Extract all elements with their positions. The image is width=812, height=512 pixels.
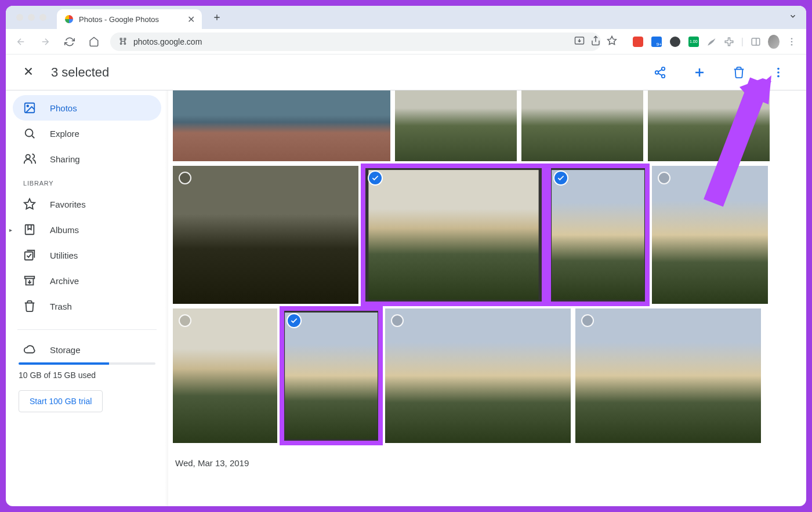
photo-thumbnail[interactable] xyxy=(648,90,770,161)
svg-rect-1 xyxy=(124,38,126,40)
window-controls xyxy=(10,14,52,21)
sidebar-item-label: Photos xyxy=(50,103,77,113)
extension-incognito-icon[interactable] xyxy=(669,36,681,48)
share-button[interactable] xyxy=(648,61,672,84)
start-trial-button[interactable]: Start 100 GB trial xyxy=(19,390,103,412)
svg-point-7 xyxy=(791,38,793,39)
tab-search-button[interactable] xyxy=(784,10,802,25)
profile-avatar[interactable] xyxy=(768,36,780,48)
photo-thumbnail[interactable] xyxy=(395,90,517,161)
back-button[interactable] xyxy=(13,34,29,50)
forward-button[interactable] xyxy=(37,34,53,50)
select-circle-icon[interactable] xyxy=(658,172,670,184)
library-header: LIBRARY xyxy=(13,172,161,191)
photo-image xyxy=(521,90,643,161)
sidebar-item-favorites[interactable]: Favorites xyxy=(13,191,161,217)
install-app-icon[interactable] xyxy=(574,35,585,48)
svg-point-8 xyxy=(791,41,793,42)
maximize-window[interactable] xyxy=(39,14,46,21)
photo-image xyxy=(395,90,517,161)
photo-image xyxy=(385,308,571,443)
photo-image xyxy=(648,90,770,161)
close-window[interactable] xyxy=(16,14,23,21)
photo-thumbnail[interactable] xyxy=(521,90,643,161)
extension-green-icon[interactable]: 1.00 xyxy=(688,36,699,48)
photo-thumbnail[interactable] xyxy=(173,308,277,443)
select-circle-icon[interactable] xyxy=(179,314,191,327)
sidepanel-icon[interactable] xyxy=(751,37,761,47)
browser-menu-icon[interactable] xyxy=(786,37,797,47)
bookmark-icon xyxy=(23,223,36,236)
home-button[interactable] xyxy=(86,34,102,50)
sidebar-item-utilities[interactable]: Utilities xyxy=(13,242,161,268)
minimize-window[interactable] xyxy=(28,14,35,21)
search-icon xyxy=(23,127,36,140)
more-options-button[interactable] xyxy=(767,61,790,84)
share-url-icon[interactable] xyxy=(590,35,601,48)
svg-point-2 xyxy=(120,43,122,45)
svg-rect-0 xyxy=(120,38,122,40)
photo-thumbnail[interactable] xyxy=(282,308,380,443)
photo-thumbnail[interactable] xyxy=(652,166,768,304)
checkmark-icon[interactable] xyxy=(554,172,567,184)
photo-thumbnail[interactable] xyxy=(363,166,544,304)
svg-point-15 xyxy=(777,75,780,77)
svg-point-19 xyxy=(26,155,30,159)
add-to-button[interactable] xyxy=(688,61,711,84)
svg-rect-22 xyxy=(25,252,33,260)
star-icon xyxy=(23,198,36,210)
sidebar-item-archive[interactable]: Archive xyxy=(13,268,161,293)
svg-point-18 xyxy=(26,129,33,137)
photo-row xyxy=(173,166,797,304)
sidebar-item-storage[interactable]: Storage xyxy=(13,337,161,362)
reload-button[interactable] xyxy=(61,34,78,50)
cloud-icon xyxy=(23,343,36,356)
checkmark-icon[interactable] xyxy=(288,314,300,327)
photo-image xyxy=(173,308,277,443)
sidebar-item-sharing[interactable]: Sharing xyxy=(13,146,161,172)
close-tab-icon[interactable]: ✕ xyxy=(187,14,195,25)
site-info-icon[interactable] xyxy=(118,37,128,46)
sidebar-item-trash[interactable]: Trash xyxy=(13,293,161,319)
svg-point-9 xyxy=(791,43,793,45)
clear-selection-button[interactable] xyxy=(22,65,35,80)
extension-quill-icon[interactable] xyxy=(706,37,717,47)
svg-marker-5 xyxy=(607,36,616,44)
storage-progress xyxy=(19,362,155,365)
svg-rect-23 xyxy=(25,277,35,279)
sidebar-item-label: Albums xyxy=(50,225,79,235)
select-circle-icon[interactable] xyxy=(391,314,404,327)
photo-thumbnail[interactable] xyxy=(549,166,647,304)
sidebar-item-label: Storage xyxy=(50,345,81,355)
delete-button[interactable] xyxy=(727,61,751,84)
extension-adblock-icon[interactable] xyxy=(632,36,644,48)
new-tab-button[interactable] xyxy=(209,9,225,26)
sidebar-item-photos[interactable]: Photos xyxy=(13,95,161,121)
photo-thumbnail[interactable] xyxy=(173,166,358,304)
main-area: Photos Explore Sharing LIBRARY Favorites… xyxy=(6,90,806,506)
people-icon xyxy=(23,152,36,165)
sidebar-item-albums[interactable]: ▸ Albums xyxy=(13,217,161,242)
extensions-menu-icon[interactable] xyxy=(724,37,734,47)
sidebar-item-label: Archive xyxy=(50,276,79,286)
url-actions xyxy=(574,35,617,48)
extension-save-icon[interactable]: 9+ xyxy=(651,36,662,48)
svg-point-14 xyxy=(777,71,780,74)
bookmark-icon[interactable] xyxy=(607,35,617,48)
photo-grid: Wed, Mar 13, 2019 xyxy=(168,90,806,506)
svg-point-12 xyxy=(662,74,665,78)
extensions-area: 9+ 1.00 | xyxy=(625,36,799,48)
sidebar-item-label: Explore xyxy=(50,129,79,139)
address-bar[interactable]: photos.google.com xyxy=(110,32,601,51)
url-text: photos.google.com xyxy=(133,37,202,46)
checkmark-icon[interactable] xyxy=(369,172,382,184)
select-circle-icon[interactable] xyxy=(179,172,191,184)
sidebar-item-label: Utilities xyxy=(50,250,78,260)
browser-tab[interactable]: Photos - Google Photos ✕ xyxy=(57,9,202,29)
photo-thumbnail[interactable] xyxy=(575,308,761,443)
select-circle-icon[interactable] xyxy=(581,314,594,327)
sidebar-item-explore[interactable]: Explore xyxy=(13,121,161,146)
photo-thumbnail[interactable] xyxy=(385,308,571,443)
photo-image xyxy=(575,308,761,443)
photo-thumbnail[interactable] xyxy=(173,90,390,161)
